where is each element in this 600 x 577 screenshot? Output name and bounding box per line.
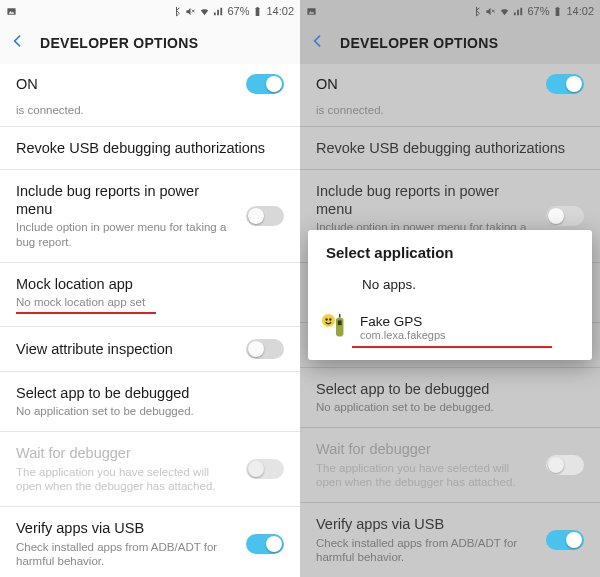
dialog-no-apps[interactable]: No apps. xyxy=(308,271,592,306)
select-debug-app-row[interactable]: Select app to be debugged No application… xyxy=(0,372,300,431)
svg-rect-5 xyxy=(257,6,259,7)
bug-reports-switch[interactable] xyxy=(246,206,284,226)
battery-text: 67% xyxy=(227,5,249,17)
verify-apps-row[interactable]: Verify apps via USB Check installed apps… xyxy=(0,507,300,577)
fake-gps-icon xyxy=(320,312,350,342)
photo-icon xyxy=(6,6,17,17)
svg-rect-4 xyxy=(256,7,260,15)
wifi-icon xyxy=(199,6,210,17)
wait-debugger-row: Wait for debugger The application you ha… xyxy=(0,432,300,506)
view-attribute-switch[interactable] xyxy=(246,339,284,359)
status-bar: 67% 14:02 xyxy=(0,0,300,22)
svg-point-14 xyxy=(329,318,331,320)
view-attribute-row[interactable]: View attribute inspection xyxy=(0,327,300,371)
mute-icon xyxy=(185,6,196,17)
bug-reports-row[interactable]: Include bug reports in power menu Includ… xyxy=(0,170,300,262)
master-toggle-row[interactable]: ON xyxy=(0,64,300,104)
revoke-usb-row[interactable]: Revoke USB debugging authorizations xyxy=(0,127,300,169)
verify-apps-switch[interactable] xyxy=(246,534,284,554)
signal-icon xyxy=(213,6,224,17)
highlight-underline xyxy=(16,312,156,314)
highlight-underline xyxy=(352,346,552,348)
dialog-title: Select application xyxy=(308,230,592,271)
dialog-app-package: com.lexa.fakegps xyxy=(360,329,446,341)
bluetooth-icon xyxy=(171,6,182,17)
wait-debugger-switch xyxy=(246,459,284,479)
dialog-app-item[interactable]: Fake GPS com.lexa.fakegps xyxy=(308,306,592,344)
connected-text: is connected. xyxy=(16,104,284,116)
svg-rect-16 xyxy=(338,320,342,325)
clock-text: 14:02 xyxy=(266,5,294,17)
on-label: ON xyxy=(16,76,38,92)
battery-icon xyxy=(252,6,263,17)
mock-location-row[interactable]: Mock location app No mock location app s… xyxy=(0,263,300,326)
svg-point-13 xyxy=(325,318,327,320)
dialog-app-name: Fake GPS xyxy=(360,314,446,329)
page-title: DEVELOPER OPTIONS xyxy=(40,35,198,51)
screenshot-left: 67% 14:02 DEVELOPER OPTIONS ON is connec… xyxy=(0,0,300,577)
svg-point-12 xyxy=(322,314,335,327)
select-application-dialog: Select application No apps. Fake GPS com xyxy=(308,230,592,360)
screenshot-right: 67% 14:02 DEVELOPER OPTIONS ON is connec… xyxy=(300,0,600,577)
back-button[interactable] xyxy=(10,33,26,53)
app-header: DEVELOPER OPTIONS xyxy=(0,22,300,64)
master-switch[interactable] xyxy=(246,74,284,94)
